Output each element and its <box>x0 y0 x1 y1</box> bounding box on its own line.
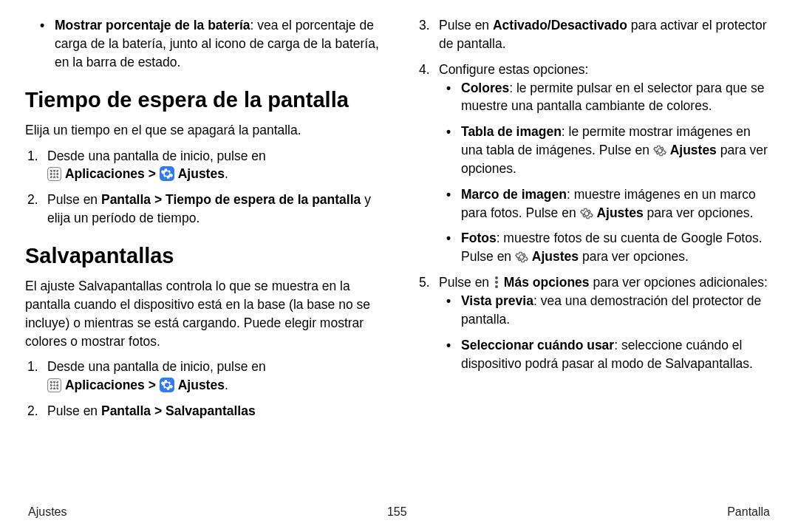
more-options-list: Vista previa: vea una demostración del p… <box>439 292 773 372</box>
option-marco-desc2: para ver opciones. <box>644 205 754 220</box>
settings-inline: Ajustes <box>670 143 717 157</box>
step-number: 4. <box>419 61 430 79</box>
saver-step-2: 2. Pulse en Pantalla > Salvapantallas <box>25 402 381 420</box>
footer-right: Pantalla <box>727 505 770 519</box>
option-tabla-label: Tabla de imagen <box>461 124 562 139</box>
heading-screensaver: Salvapantallas <box>25 241 381 271</box>
battery-bullet-list: Mostrar porcentaje de la batería: vea el… <box>25 16 381 72</box>
more-options-icon <box>493 276 500 289</box>
saver-step-5-a: Pulse en <box>439 275 493 290</box>
saver-step-2-b: Pantalla <box>101 403 151 418</box>
step-number: 1. <box>27 358 38 376</box>
apps-icon <box>47 167 61 181</box>
saver-step-5-b: Más opciones <box>504 275 590 290</box>
footer-left: Ajustes <box>28 505 66 519</box>
saver-step-2-d: Salvapantallas <box>166 403 256 418</box>
screensaver-intro: El ajuste Salvapantallas controla lo que… <box>25 277 381 350</box>
option-colores: Colores: le permite pulsar en el selecto… <box>439 79 773 116</box>
option-tabla-imagen: Tabla de imagen: le permite mostrar imág… <box>439 123 773 178</box>
step-number: 5. <box>419 273 430 292</box>
saver-step-4: 4. Configure estas opciones: Colores: le… <box>417 61 773 266</box>
saver-step-5-c: para ver opciones adicionales: <box>590 275 768 290</box>
settings-label: Ajustes <box>178 378 225 392</box>
saver-step-4-text: Configure estas opciones: <box>439 62 588 77</box>
timeout-step-1: 1. Desde una pantalla de inicio, pulse e… <box>25 147 381 184</box>
manual-page: Mostrar porcentaje de la batería: vea el… <box>0 0 798 532</box>
columns: Mostrar porcentaje de la batería: vea el… <box>25 16 773 474</box>
option-fotos: Fotos: muestre fotos de su cuenta de Goo… <box>439 229 773 266</box>
saver-step-2-a: Pulse en <box>47 403 101 418</box>
screen-timeout-steps: 1. Desde una pantalla de inicio, pulse e… <box>25 147 381 228</box>
settings-inline: Ajustes <box>532 249 579 264</box>
settings-inline: Ajustes <box>596 205 643 220</box>
step-number: 3. <box>419 16 430 35</box>
timeout-step-2-d: Tiempo de espera de la pantalla <box>166 192 361 207</box>
screensaver-steps-left: 1. Desde una pantalla de inicio, pulse e… <box>25 358 381 420</box>
heading-screen-timeout: Tiempo de espera de la pantalla <box>25 85 381 115</box>
screensaver-steps-right: 3. Pulse en Activado/Desactivado para ac… <box>417 16 773 372</box>
option-marco-imagen: Marco de imagen: muestre imágenes en un … <box>439 185 773 222</box>
timeout-step-2-b: Pantalla <box>101 192 151 207</box>
timeout-step-2: 2. Pulse en Pantalla > Tiempo de espera … <box>25 191 381 228</box>
saver-step-3-a: Pulse en <box>439 18 493 33</box>
option-sel-label: Seleccionar cuándo usar <box>461 338 614 352</box>
saver-step-2-c: > <box>151 403 166 418</box>
period: . <box>225 378 228 392</box>
step-number: 1. <box>27 147 38 166</box>
page-footer: Ajustes 155 Pantalla <box>25 505 773 523</box>
timeout-step-2-a: Pulse en <box>47 192 101 207</box>
right-column: 3. Pulse en Activado/Desactivado para ac… <box>417 16 773 474</box>
apps-label: Aplicaciones <box>65 378 145 392</box>
battery-percent-label: Mostrar porcentaje de la batería <box>55 18 250 33</box>
option-fotos-desc2: para ver opciones. <box>579 249 689 264</box>
left-column: Mostrar porcentaje de la batería: vea el… <box>25 16 381 474</box>
apps-icon <box>47 378 61 392</box>
breadcrumb-sep: > <box>149 166 160 181</box>
step-number: 2. <box>27 191 38 209</box>
option-fotos-label: Fotos <box>461 231 497 245</box>
settings-label: Ajustes <box>178 166 225 181</box>
saver-step-1: 1. Desde una pantalla de inicio, pulse e… <box>25 358 381 395</box>
step-number: 2. <box>27 402 38 420</box>
period: . <box>225 166 228 181</box>
battery-percent-bullet: Mostrar porcentaje de la batería: vea el… <box>25 16 381 72</box>
option-colores-label: Colores <box>461 81 509 95</box>
timeout-step-1-text: Desde una pantalla de inicio, pulse en <box>47 149 266 163</box>
saver-step-3: 3. Pulse en Activado/Desactivado para ac… <box>417 16 773 53</box>
settings-blue-icon <box>160 166 174 181</box>
settings-blue-icon <box>160 378 174 392</box>
saver-step-5: 5. Pulse en Más opciones para ver opcion… <box>417 273 773 372</box>
saver-step-3-b: Activado/Desactivado <box>493 18 627 33</box>
breadcrumb-sep: > <box>149 378 160 392</box>
timeout-step-2-c: > <box>151 192 166 207</box>
option-vista-label: Vista previa <box>461 293 533 308</box>
screen-timeout-intro: Elija un tiempo en el que se apagará la … <box>25 121 381 140</box>
footer-page-number: 155 <box>387 505 407 519</box>
saver-options: Colores: le permite pulsar en el selecto… <box>439 79 773 267</box>
apps-label: Aplicaciones <box>65 166 145 181</box>
option-seleccionar-cuando: Seleccionar cuándo usar: seleccione cuán… <box>439 336 773 373</box>
option-vista-previa: Vista previa: vea una demostración del p… <box>439 292 773 329</box>
option-marco-label: Marco de imagen <box>461 187 567 202</box>
gear-icon <box>580 207 593 220</box>
saver-step-1-text: Desde una pantalla de inicio, pulse en <box>47 359 266 374</box>
gear-icon <box>653 144 666 157</box>
gear-icon <box>515 250 528 264</box>
